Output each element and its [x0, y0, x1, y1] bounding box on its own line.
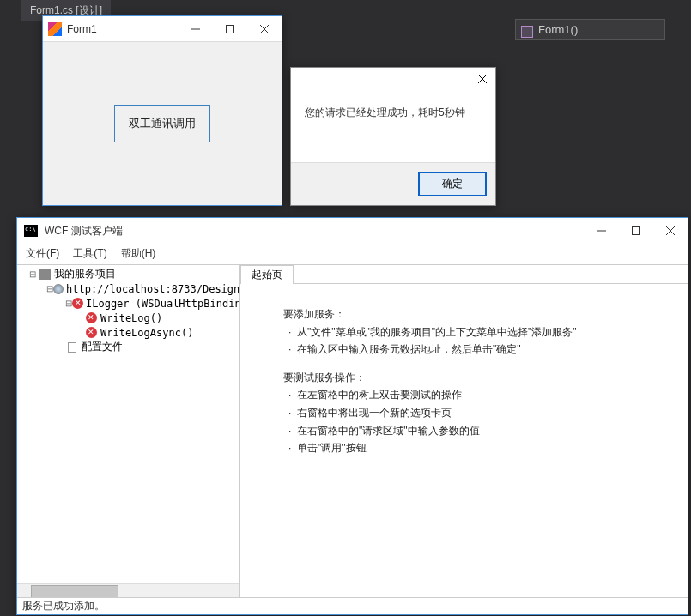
start-page-content: 要添加服务： · 从"文件"菜单或"我的服务项目"的上下文菜单中选择"添加服务"…: [240, 284, 688, 597]
test-step: · 在左窗格中的树上双击要测试的操作: [283, 387, 670, 403]
console-icon: [24, 225, 38, 237]
service-tree: ⊟ 我的服务项目 ⊟ http://localhost:8733/Design_…: [17, 267, 239, 371]
content-pane: 起始页 要添加服务： · 从"文件"菜单或"我的服务项目"的上下文菜单中选择"添…: [240, 265, 688, 597]
test-step-3: 在右窗格中的"请求区域"中输入参数的值: [297, 425, 480, 437]
tree-contract[interactable]: ⊟ ✕ ILogger (WSDualHttpBinding_ILo: [17, 296, 239, 311]
message-close-button[interactable]: [478, 72, 487, 86]
ide-tab-label: Form1.cs [设计]: [30, 4, 102, 16]
horizontal-scrollbar[interactable]: [17, 583, 239, 597]
message-footer: 确定: [291, 162, 495, 205]
form1-window: Form1 双工通讯调用: [42, 15, 282, 206]
content-tabs: 起始页: [240, 265, 688, 284]
test-step: · 单击"调用"按钮: [283, 440, 670, 456]
tab-start-page[interactable]: 起始页: [240, 265, 294, 284]
form1-body: 双工通讯调用: [43, 42, 282, 205]
wcf-window: WCF 测试客户端 文件(F) 工具(T) 帮助(H) ⊟ 我的服务项目 ⊟ h…: [16, 217, 688, 615]
tree-contract-label: ILogger (WSDualHttpBinding_ILo: [86, 298, 240, 310]
test-step: · 右窗格中将出现一个新的选项卡页: [283, 405, 670, 421]
maximize-icon: [632, 226, 640, 235]
project-icon: [38, 269, 52, 281]
menu-tools[interactable]: 工具(T): [73, 246, 106, 261]
wcf-window-controls: [585, 219, 688, 243]
minimize-button[interactable]: [179, 17, 213, 41]
member-dropdown-label: Form1(): [538, 23, 578, 36]
close-icon: [260, 25, 269, 33]
maximize-button[interactable]: [619, 219, 653, 243]
test-step-2: 右窗格中将出现一个新的选项卡页: [297, 407, 452, 419]
close-button[interactable]: [247, 17, 282, 41]
wcf-body: ⊟ 我的服务项目 ⊟ http://localhost:8733/Design_…: [17, 264, 688, 597]
error-icon: ✕: [84, 327, 98, 339]
duplex-call-button[interactable]: 双工通讯调用: [114, 105, 210, 142]
wcf-titlebar[interactable]: WCF 测试客户端: [17, 218, 688, 244]
add-step: · 从"文件"菜单或"我的服务项目"的上下文菜单中选择"添加服务": [283, 324, 670, 341]
tree-op2-label: WriteLogAsync(): [100, 327, 193, 339]
globe-icon: [53, 283, 64, 295]
tree-op-writelog[interactable]: ✕ WriteLog(): [17, 311, 239, 325]
add-step: · 在输入区中输入服务元数据地址，然后单击"确定": [283, 341, 670, 358]
minimize-icon: [597, 226, 606, 235]
wcf-menubar: 文件(F) 工具(T) 帮助(H): [17, 244, 688, 264]
collapse-icon[interactable]: ⊟: [46, 284, 53, 293]
collapse-icon[interactable]: ⊟: [65, 299, 72, 308]
message-box-titlebar[interactable]: [291, 68, 495, 90]
tree-endpoint-label: http://localhost:8733/Design_Time: [66, 283, 240, 295]
test-step-4: 单击"调用"按钮: [297, 442, 367, 454]
add-step-1: 从"文件"菜单或"我的服务项目"的上下文菜单中选择"添加服务": [297, 326, 577, 338]
ok-button[interactable]: 确定: [418, 172, 487, 196]
test-step: · 在右窗格中的"请求区域"中输入参数的值: [283, 423, 670, 439]
minimize-button[interactable]: [585, 219, 619, 243]
close-button[interactable]: [653, 219, 688, 243]
test-service-heading: 要测试服务操作：: [283, 370, 670, 386]
document-icon: [65, 341, 79, 353]
wcf-title: WCF 测试客户端: [45, 224, 585, 239]
form1-window-controls: [179, 17, 282, 41]
tree-op1-label: WriteLog(): [100, 312, 162, 324]
tree-config-label: 配置文件: [82, 340, 123, 354]
test-step-1: 在左窗格中的树上双击要测试的操作: [297, 389, 462, 401]
menu-file[interactable]: 文件(F): [26, 246, 59, 261]
add-service-heading: 要添加服务：: [283, 306, 670, 323]
tree-config[interactable]: 配置文件: [17, 340, 239, 354]
close-icon: [666, 226, 675, 235]
maximize-button[interactable]: [213, 17, 247, 41]
form1-title: Form1: [67, 23, 179, 35]
error-icon: ✕: [84, 312, 98, 324]
form1-icon: [48, 22, 62, 36]
member-dropdown[interactable]: Form1(): [515, 19, 665, 40]
message-box: 您的请求已经处理成功，耗时5秒钟 确定: [290, 67, 496, 206]
form1-titlebar[interactable]: Form1: [43, 16, 282, 42]
service-tree-pane: ⊟ 我的服务项目 ⊟ http://localhost:8733/Design_…: [17, 265, 240, 597]
collapse-icon[interactable]: ⊟: [27, 269, 38, 279]
message-text: 您的请求已经处理成功，耗时5秒钟: [291, 90, 495, 162]
svg-rect-1: [227, 25, 234, 33]
close-icon: [478, 75, 487, 83]
tree-root[interactable]: ⊟ 我的服务项目: [17, 267, 239, 281]
minimize-icon: [191, 25, 200, 33]
tree-op-writelogasync[interactable]: ✕ WriteLogAsync(): [17, 325, 239, 340]
error-icon: ✕: [72, 298, 83, 310]
svg-rect-7: [633, 227, 640, 235]
tree-root-label: 我的服务项目: [54, 267, 116, 281]
statusbar: 服务已成功添加。: [17, 597, 688, 614]
maximize-icon: [226, 25, 234, 33]
add-step-2: 在输入区中输入服务元数据地址，然后单击"确定": [297, 343, 521, 355]
menu-help[interactable]: 帮助(H): [121, 246, 156, 261]
tree-endpoint[interactable]: ⊟ http://localhost:8733/Design_Time: [17, 281, 239, 296]
